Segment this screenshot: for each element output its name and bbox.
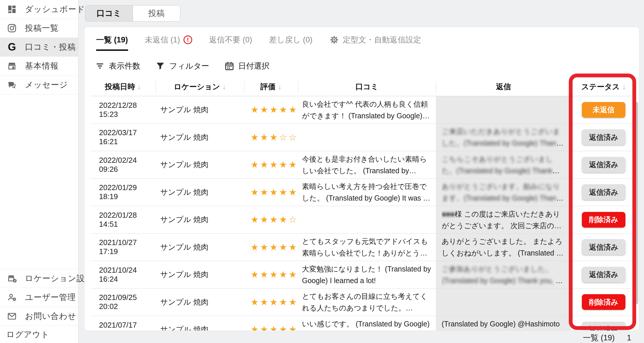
table-row[interactable]: 2022/01/28 14:51サンプル 焼肉★★★★☆■■■様 この度はご来店… <box>90 206 636 234</box>
cell-rating: ★★★★★ <box>244 179 298 206</box>
main-area: 口コミ 投稿 一覧 (19)未返信 (1)!返信不要 (0)差し戻し (0)定型… <box>78 0 644 343</box>
cell-location: サンプル 焼肉 <box>156 234 244 261</box>
cell-posted-at: 2021/07/17 18:55 <box>90 316 156 331</box>
cell-rating: ★★★★★ <box>244 151 298 178</box>
table-row[interactable]: 2022/03/17 16:21サンプル 焼肉★★★☆☆ご来店いただきありがとう… <box>90 124 636 151</box>
cell-location: サンプル 焼肉 <box>156 96 244 124</box>
reply-text: ありがとうございました。 またよろしくおねがいします。 (Translated … <box>442 237 564 259</box>
column-header[interactable]: 評価↓ <box>244 77 298 96</box>
sidebar-item[interactable]: ダッシュボード <box>0 0 78 19</box>
subtab-label: 差し戻し (0) <box>269 35 313 45</box>
location-settings-icon <box>6 272 18 285</box>
subtab-label: 一覧 (19) <box>96 35 128 45</box>
sidebar-item[interactable]: ロケーション設定 <box>0 269 78 288</box>
display-count-icon <box>95 61 105 71</box>
cell-rating: ★★★★★ <box>244 234 298 261</box>
toolbar: 表示件数 フィルター 日付選択 <box>95 61 270 71</box>
scrollbar-thumb[interactable] <box>636 102 638 304</box>
sidebar-item-logout[interactable]: ログアウト <box>0 326 78 343</box>
status-badge[interactable]: 返信済み <box>582 239 625 255</box>
cell-rating: ★★★★★ <box>244 261 298 288</box>
reply-text: (Translated by Google) @Hashimoto Kazuma… <box>442 320 560 331</box>
cell-status: 削除済み <box>571 206 636 233</box>
status-badge[interactable]: 返信済み <box>582 267 625 283</box>
cell-posted-at: 2021/09/25 20:02 <box>90 289 156 316</box>
sidebar-nav-bottom: ロケーション設定 ユーザー管理 お問い合わせログアウト <box>0 269 78 343</box>
status-badge[interactable]: 返信済み <box>582 184 625 200</box>
sort-arrow-icon[interactable]: ↓ <box>137 82 141 91</box>
status-badge[interactable]: 返信済み <box>582 322 625 331</box>
cell-reply: ありがとうございます。励みになります。(Translated by Google… <box>436 179 571 206</box>
cell-posted-at: 2022/12/28 15:23 <box>90 96 156 124</box>
tab-kuchikomi[interactable]: 口コミ <box>85 6 133 21</box>
column-separator <box>298 81 298 92</box>
sidebar-item-label: お問い合わせ <box>25 311 76 322</box>
subtab-label: 定型文・自動返信設定 <box>343 35 421 45</box>
sidebar-item[interactable]: お問い合わせ <box>0 307 78 326</box>
status-badge[interactable]: 削除済み <box>582 212 625 228</box>
sidebar-nav-top: ダッシュボード 投稿一覧G 口コミ・投稿 基本情報 メッセージ <box>0 0 78 94</box>
column-header[interactable]: ステータス↓ <box>571 77 636 96</box>
subtab[interactable]: 一覧 (19) <box>96 35 128 51</box>
cell-reply <box>436 289 571 316</box>
status-badge[interactable]: 返信済み <box>582 157 625 173</box>
status-badge[interactable]: 返信済み <box>582 129 625 145</box>
table-row[interactable]: 2022/01/29 18:19サンプル 焼肉★★★★★素晴らしい考え方を持つ会… <box>90 179 636 206</box>
table-row[interactable]: 2021/10/24 16:24サンプル 焼肉★★★★★大変勉強になりました！ … <box>90 261 636 289</box>
table-scrollbar[interactable] <box>634 77 639 331</box>
subtab-label: 返信不要 (0) <box>209 35 252 45</box>
toolbar-calendar[interactable]: 日付選択 <box>224 61 270 71</box>
column-header[interactable]: 投稿日時↓ <box>90 77 156 96</box>
sidebar-item-label: ユーザー管理 <box>25 292 76 303</box>
cell-reply: ありがとうございました。 またよろしくおねがいします。 (Translated … <box>436 234 571 261</box>
table-row[interactable]: 2022/02/24 09:26サンプル 焼肉★★★★★今後とも是非お付き合いし… <box>90 151 636 179</box>
sort-arrow-icon[interactable]: ↓ <box>622 82 626 91</box>
toolbar-display-count[interactable]: 表示件数 <box>95 61 140 71</box>
cell-status: 返信済み <box>571 261 636 288</box>
table-row[interactable]: 2021/07/17 18:55サンプル 焼肉★★★★★いい感じです。 (Tra… <box>90 316 636 331</box>
cell-rating: ★★★★★ <box>244 316 298 331</box>
pagination-page[interactable]: 1 <box>627 333 631 342</box>
status-badge[interactable]: 未返信 <box>582 102 625 118</box>
google-g-glyph: G <box>8 42 16 52</box>
sidebar-item-label: 投稿一覧 <box>25 23 59 34</box>
tab-toukou[interactable]: 投稿 <box>133 6 180 21</box>
sort-arrow-icon[interactable]: ↓ <box>222 82 226 91</box>
sidebar: ダッシュボード 投稿一覧G 口コミ・投稿 基本情報 メッセージ ロケーション設定… <box>0 0 78 343</box>
status-badge[interactable]: 削除済み <box>582 294 625 310</box>
cell-review: とてもスタッフも元気でアドバイスも素晴らしい会社でした！ありがとうございました！… <box>298 234 436 261</box>
sidebar-item[interactable]: メッセージ <box>0 76 78 94</box>
cell-location: サンプル 焼肉 <box>156 316 244 331</box>
column-separator <box>156 81 156 92</box>
column-label: 返信 <box>496 82 511 92</box>
table-row[interactable]: 2022/12/28 15:23サンプル 焼肉★★★★★良い会社です^^ 代表の… <box>90 96 636 124</box>
sort-arrow-icon[interactable]: ↓ <box>278 82 282 91</box>
toolbar-filter[interactable]: フィルター <box>155 61 209 71</box>
sidebar-item[interactable]: 基本情報 <box>0 57 78 76</box>
column-label: ステータス <box>581 82 620 92</box>
table-row[interactable]: 2021/10/27 17:19サンプル 焼肉★★★★★とてもスタッフも元気でア… <box>90 234 636 261</box>
cell-location: サンプル 焼肉 <box>156 206 244 233</box>
subtab[interactable]: 未返信 (1)! <box>145 35 193 49</box>
sidebar-item[interactable]: ユーザー管理 <box>0 288 78 307</box>
user-management-icon <box>6 291 18 303</box>
subtab[interactable]: 差し戻し (0) <box>269 35 313 49</box>
subtab[interactable]: 定型文・自動返信設定 <box>329 35 421 49</box>
subtabs: 一覧 (19)未返信 (1)!返信不要 (0)差し戻し (0)定型文・自動返信設… <box>96 35 421 51</box>
cell-review: いい感じです。 (Translated by Google) feel well… <box>298 316 436 331</box>
cell-status: 返信済み <box>571 234 636 261</box>
sidebar-item[interactable]: G 口コミ・投稿 <box>0 38 78 57</box>
sidebar-item[interactable]: 投稿一覧 <box>0 19 78 38</box>
cell-rating: ★★★★★ <box>244 289 298 316</box>
cell-review: 良い会社です^^ 代表の人柄も良く信頼ができます！ (Translated by… <box>298 96 436 124</box>
cell-reply: こちらこそありがとうございました。(Translated by Google) … <box>436 151 571 178</box>
column-separator <box>244 81 244 92</box>
mail-icon <box>6 310 18 322</box>
cell-rating: ★★★★☆ <box>244 206 298 233</box>
column-header[interactable]: ロケーション↓ <box>156 77 244 96</box>
cell-posted-at: 2022/02/24 09:26 <box>90 151 156 178</box>
subtab[interactable]: 返信不要 (0) <box>209 35 252 49</box>
sidebar-item-label: 口コミ・投稿 <box>25 42 76 53</box>
table-row[interactable]: 2021/09/25 20:02サンプル 焼肉★★★★★とてもお客さんの目線に立… <box>90 289 636 316</box>
app-root: ダッシュボード 投稿一覧G 口コミ・投稿 基本情報 メッセージ ロケーション設定… <box>0 0 644 343</box>
